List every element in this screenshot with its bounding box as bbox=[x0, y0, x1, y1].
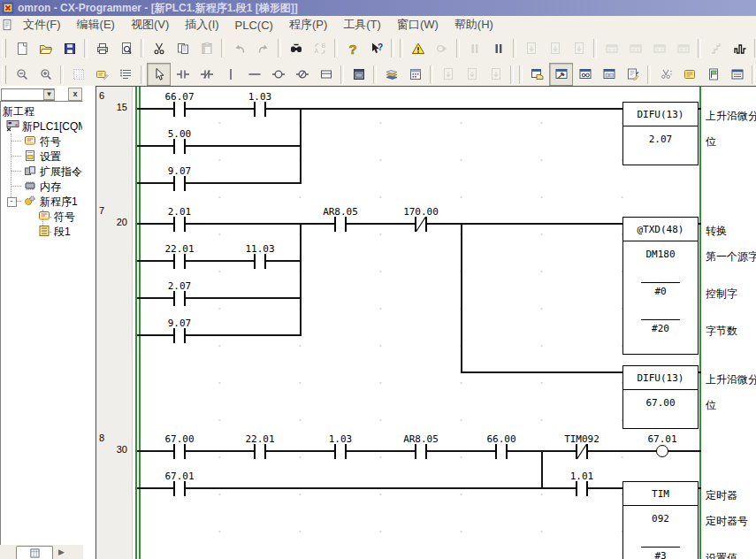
menu-h[interactable]: 帮助(H) bbox=[447, 15, 501, 34]
workspace-dropdown[interactable]: ▼ bbox=[1, 88, 55, 101]
save-file-button[interactable] bbox=[57, 37, 81, 60]
new-closed-contact-tool-button[interactable] bbox=[195, 63, 218, 86]
help-topics-button[interactable]: ? bbox=[340, 37, 364, 60]
menu-v[interactable]: 视图(V) bbox=[123, 15, 177, 34]
project-tab[interactable] bbox=[16, 546, 53, 559]
ladder-contact[interactable]: AR8.05 bbox=[301, 206, 380, 240]
tree-node-plc[interactable]: 新PLC1[CQM1] bbox=[1, 119, 82, 133]
tree-node-settings[interactable]: 设置 bbox=[1, 149, 82, 163]
ladder-contact[interactable]: 66.00 bbox=[462, 433, 541, 467]
new-file-button[interactable] bbox=[10, 37, 34, 60]
show-properties-button[interactable] bbox=[621, 63, 645, 86]
zoom-out-button[interactable] bbox=[10, 63, 34, 86]
menu-p[interactable]: 程序(P) bbox=[281, 15, 335, 34]
ladder-contact[interactable]: 1.03 bbox=[301, 433, 380, 467]
show-program-flags-button[interactable] bbox=[701, 63, 725, 86]
instruction-box[interactable]: TIM092#3 bbox=[622, 481, 699, 559]
menu-f[interactable]: 文件(F) bbox=[15, 15, 69, 34]
new-closed-coil-tool-button[interactable] bbox=[290, 63, 314, 86]
close-workspace-button[interactable]: x bbox=[68, 88, 82, 101]
ladder-output-coil[interactable]: 67.01 bbox=[622, 433, 702, 467]
compile-program-button[interactable] bbox=[406, 37, 430, 60]
time-chart-monitoring-button[interactable] bbox=[728, 37, 752, 60]
ladder-branch-wire bbox=[461, 223, 462, 373]
ladder-contact-closed[interactable]: 170.00 bbox=[381, 206, 461, 240]
horizontal-line-tool-button[interactable] bbox=[242, 63, 266, 86]
document-system-menu-icon[interactable] bbox=[1, 19, 13, 31]
open-file-button[interactable] bbox=[34, 37, 57, 60]
menu-w[interactable]: 窗口(W) bbox=[389, 15, 447, 34]
print-button[interactable] bbox=[90, 37, 114, 60]
io-table-button[interactable] bbox=[403, 63, 427, 86]
tree-node-section1[interactable]: 段1 bbox=[1, 224, 82, 238]
toggle-output-window-button[interactable] bbox=[549, 63, 573, 86]
tree-node-program1[interactable]: 新程序1 bbox=[1, 194, 82, 208]
menu-i[interactable]: 插入(I) bbox=[177, 15, 226, 34]
ladder-contact[interactable]: 1.03 bbox=[220, 91, 300, 125]
instruction-operand[interactable]: 67.00 bbox=[623, 397, 698, 409]
instruction-operand[interactable]: DM180 bbox=[623, 249, 698, 260]
instruction-operand[interactable]: #3 bbox=[623, 550, 698, 559]
select-tool-button[interactable] bbox=[147, 63, 171, 86]
ladder-contact[interactable]: 67.00 bbox=[140, 433, 219, 467]
show-rung-list-button[interactable] bbox=[114, 63, 138, 86]
instruction-operand[interactable]: #20 bbox=[623, 323, 698, 334]
instruction-operand[interactable]: 092 bbox=[623, 513, 698, 525]
toggle-grid-button[interactable] bbox=[66, 63, 90, 86]
new-closed-coil-tool-icon bbox=[295, 67, 309, 81]
cut-button[interactable] bbox=[147, 37, 171, 60]
new-coil-tool-button[interactable] bbox=[266, 63, 290, 86]
menu-plcc[interactable]: PLC(C) bbox=[227, 17, 281, 34]
show-rung-comments-button[interactable] bbox=[90, 63, 114, 86]
symbol-table-button[interactable] bbox=[379, 63, 403, 86]
instruction-box[interactable]: DIFU(13)2.07 bbox=[622, 102, 699, 165]
ladder-contact[interactable]: 5.00 bbox=[140, 128, 219, 162]
ladder-contact[interactable]: 22.01 bbox=[140, 243, 219, 277]
instruction-box[interactable]: @TXD(48)DM180#0#20 bbox=[622, 217, 699, 355]
rung-number: 8 bbox=[99, 433, 104, 443]
ladder-contact[interactable]: 2.01 bbox=[140, 206, 219, 240]
tree-node-symbols[interactable]: 符号 bbox=[1, 134, 82, 148]
new-instruction-tool-button[interactable] bbox=[314, 63, 338, 86]
rung-annotation-list-button[interactable] bbox=[725, 63, 749, 86]
tree-node-expansion-instructions[interactable]: 扩展指令 bbox=[1, 164, 82, 178]
menu-e[interactable]: 编辑(E) bbox=[69, 15, 123, 34]
ladder-contact[interactable]: 11.03 bbox=[220, 243, 300, 277]
toggle-project-workspace-button[interactable] bbox=[525, 63, 549, 86]
ladder-contact[interactable]: 2.07 bbox=[140, 280, 219, 314]
ladder-contact[interactable]: 1.01 bbox=[542, 471, 622, 504]
ladder-contact[interactable]: 9.07 bbox=[140, 165, 219, 199]
instruction-operand[interactable]: 2.07 bbox=[623, 134, 698, 145]
ladder-contact[interactable]: 67.01 bbox=[140, 471, 219, 504]
vertical-line-tool-button[interactable] bbox=[218, 63, 242, 86]
copy-button[interactable] bbox=[171, 37, 195, 60]
pause-monitoring-button[interactable] bbox=[486, 37, 510, 60]
cross-reference-report-button[interactable] bbox=[653, 63, 677, 86]
zoom-in-button[interactable] bbox=[34, 63, 57, 86]
ladder-contact-closed[interactable]: TIM092 bbox=[542, 433, 622, 467]
download-to-plc-button bbox=[519, 37, 543, 60]
ladder-contact[interactable]: AR8.05 bbox=[381, 433, 461, 467]
instruction-box[interactable]: DIFU(13)67.00 bbox=[622, 365, 699, 429]
tab-scroll-arrow[interactable]: ▶ bbox=[58, 548, 65, 556]
tree-node-memory[interactable]: 内存 bbox=[1, 179, 82, 193]
tree-node-program-symbols[interactable]: 符号 bbox=[1, 209, 82, 223]
io-comment-view-button[interactable] bbox=[677, 63, 701, 86]
tree-node-project-root[interactable]: 新工程 bbox=[1, 103, 82, 118]
print-preview-button[interactable] bbox=[114, 37, 138, 60]
context-help-button[interactable]: ? bbox=[364, 37, 388, 60]
operand-comment: 位 bbox=[706, 134, 756, 149]
toolbar-separator bbox=[510, 65, 514, 84]
ladder-contact[interactable]: 66.07 bbox=[140, 91, 219, 125]
show-dialog-window-button[interactable] bbox=[347, 63, 370, 86]
ladder-contact[interactable]: 22.01 bbox=[220, 433, 300, 467]
find-button[interactable] bbox=[284, 37, 308, 60]
ladder-contact[interactable]: 9.07 bbox=[140, 318, 219, 351]
toggle-watch-window-button[interactable] bbox=[573, 63, 597, 86]
toggle-address-reference-tool-button[interactable] bbox=[597, 63, 621, 86]
instruction-operand[interactable]: #0 bbox=[623, 286, 698, 297]
print-icon bbox=[95, 42, 110, 56]
ladder-diagram-editor[interactable]: 61566.071.035.009.07DIFU(13)2.07上升沿微分位72… bbox=[95, 86, 756, 559]
new-open-contact-tool-button[interactable] bbox=[171, 63, 195, 86]
menu-t[interactable]: 工具(T) bbox=[335, 15, 389, 34]
